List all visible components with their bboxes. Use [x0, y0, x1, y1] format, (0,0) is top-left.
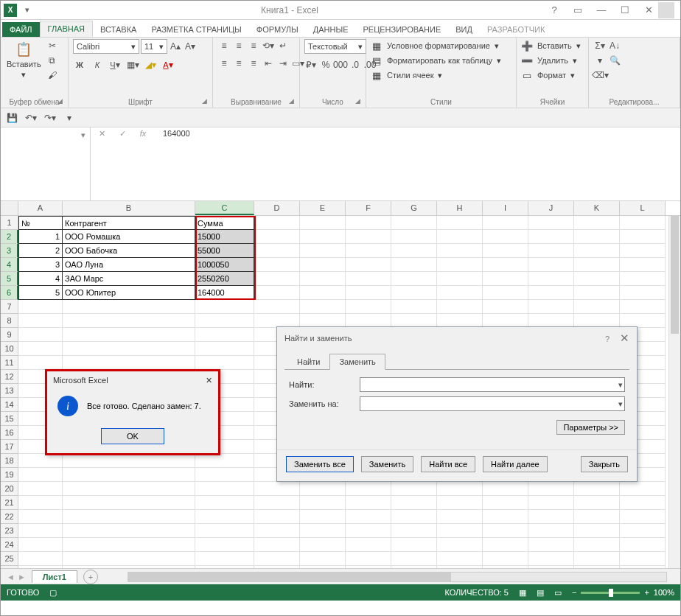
close-button[interactable]: Закрыть	[581, 456, 628, 472]
zoom-control[interactable]: − + 100%	[572, 588, 674, 597]
cell-L3[interactable]	[620, 244, 666, 258]
cell-C10[interactable]	[195, 342, 254, 356]
sheet-tab[interactable]: Лист1	[32, 570, 77, 583]
cell-I23[interactable]	[483, 524, 528, 538]
cell-A1[interactable]: №	[18, 216, 63, 230]
align-right-icon[interactable]: ≡	[247, 57, 260, 70]
cell-G21[interactable]	[391, 496, 437, 510]
tab-home[interactable]: ГЛАВНАЯ	[40, 21, 93, 37]
cell-I2[interactable]	[483, 230, 528, 244]
cell-K26[interactable]	[574, 566, 620, 568]
cell-D21[interactable]	[254, 496, 300, 510]
user-account-icon[interactable]	[658, 2, 674, 18]
cell-L4[interactable]	[620, 258, 666, 272]
comma-icon[interactable]: 000	[334, 58, 347, 71]
cut-icon[interactable]: ✂	[46, 39, 59, 52]
cell-G1[interactable]	[391, 216, 437, 230]
cell-A21[interactable]	[18, 496, 63, 510]
cell-C24[interactable]	[195, 538, 254, 552]
align-center-icon[interactable]: ≡	[232, 57, 245, 70]
cell-E4[interactable]	[300, 258, 346, 272]
cell-F5[interactable]	[346, 272, 391, 286]
cell-F21[interactable]	[346, 496, 391, 510]
cell-G7[interactable]	[391, 300, 437, 314]
cell-B2[interactable]: ООО Ромашка	[63, 230, 195, 244]
orientation-icon[interactable]: ⟲▾	[262, 39, 275, 52]
format-cells-button[interactable]: ▭Формат▾	[521, 69, 575, 82]
cell-L22[interactable]	[620, 510, 666, 524]
find-next-button[interactable]: Найти далее	[483, 456, 548, 472]
cell-J23[interactable]	[528, 524, 574, 538]
alignment-launcher[interactable]: ◢	[289, 97, 298, 106]
clipboard-launcher[interactable]: ◢	[57, 97, 66, 106]
number-format-select[interactable]: Текстовый▾	[304, 39, 366, 54]
cell-H22[interactable]	[437, 510, 483, 524]
cell-C8[interactable]	[195, 314, 254, 328]
cell-A4[interactable]: 3	[18, 258, 63, 272]
cell-F25[interactable]	[346, 552, 391, 566]
cell-G22[interactable]	[391, 510, 437, 524]
cell-L26[interactable]	[620, 566, 666, 568]
cell-F4[interactable]	[346, 258, 391, 272]
cell-B8[interactable]	[63, 314, 195, 328]
view-layout-icon[interactable]: ▤	[537, 588, 544, 598]
cell-D24[interactable]	[254, 538, 300, 552]
align-left-icon[interactable]: ≡	[217, 57, 231, 70]
cell-J4[interactable]	[528, 258, 574, 272]
cell-F23[interactable]	[346, 524, 391, 538]
cell-B3[interactable]: ООО Бабочка	[63, 244, 195, 258]
cell-J25[interactable]	[528, 552, 574, 566]
cell-G26[interactable]	[391, 566, 437, 568]
cell-A9[interactable]	[18, 328, 63, 342]
cell-B10[interactable]	[63, 342, 195, 356]
tab-data[interactable]: ДАННЫЕ	[306, 22, 356, 37]
cell-C25[interactable]	[195, 552, 254, 566]
cell-F7[interactable]	[346, 300, 391, 314]
cell-K4[interactable]	[574, 258, 620, 272]
format-painter-icon[interactable]: 🖌	[46, 69, 59, 82]
cell-D2[interactable]	[254, 230, 300, 244]
fill-color-button[interactable]: ◢▾	[144, 58, 157, 71]
cell-G4[interactable]	[391, 258, 437, 272]
qat-dropdown[interactable]: ▾	[20, 3, 35, 18]
cell-K21[interactable]	[574, 496, 620, 510]
cell-G6[interactable]	[391, 286, 437, 300]
cell-H3[interactable]	[437, 244, 483, 258]
cell-D5[interactable]	[254, 272, 300, 286]
cell-D3[interactable]	[254, 244, 300, 258]
cell-B24[interactable]	[63, 538, 195, 552]
cell-A22[interactable]	[18, 510, 63, 524]
cell-H5[interactable]	[437, 272, 483, 286]
copy-icon[interactable]: ⧉	[46, 54, 59, 67]
cell-F26[interactable]	[346, 566, 391, 568]
cell-E3[interactable]	[300, 244, 346, 258]
close-icon[interactable]: ✕	[639, 3, 658, 18]
cell-J24[interactable]	[528, 538, 574, 552]
cell-L5[interactable]	[620, 272, 666, 286]
ok-button[interactable]: OK	[101, 428, 164, 444]
cell-C20[interactable]	[195, 482, 254, 496]
view-pagebreak-icon[interactable]: ▭	[554, 588, 562, 598]
qat-customize[interactable]: ▾	[63, 111, 76, 125]
sheet-next-icon[interactable]: ►	[18, 573, 26, 581]
cell-I4[interactable]	[483, 258, 528, 272]
cell-E25[interactable]	[300, 552, 346, 566]
sheet-prev-icon[interactable]: ◄	[7, 573, 15, 581]
cell-H25[interactable]	[437, 552, 483, 566]
cell-J22[interactable]	[528, 510, 574, 524]
cell-I21[interactable]	[483, 496, 528, 510]
vertical-scrollbar[interactable]	[668, 216, 680, 568]
cell-J1[interactable]	[528, 216, 574, 230]
replace-input[interactable]: ▾	[360, 396, 625, 411]
cell-C1[interactable]: Сумма	[195, 216, 254, 230]
font-size-select[interactable]: 11▾	[141, 39, 167, 54]
delete-cells-button[interactable]: ➖Удалить▾	[521, 54, 577, 67]
cell-D26[interactable]	[254, 566, 300, 568]
find-all-button[interactable]: Найти все	[421, 456, 475, 472]
cell-C4[interactable]: 1000050	[195, 258, 254, 272]
zoom-out-icon[interactable]: −	[572, 588, 576, 597]
cell-K24[interactable]	[574, 538, 620, 552]
cell-K3[interactable]	[574, 244, 620, 258]
horizontal-scrollbar[interactable]	[128, 572, 667, 582]
cell-I24[interactable]	[483, 538, 528, 552]
